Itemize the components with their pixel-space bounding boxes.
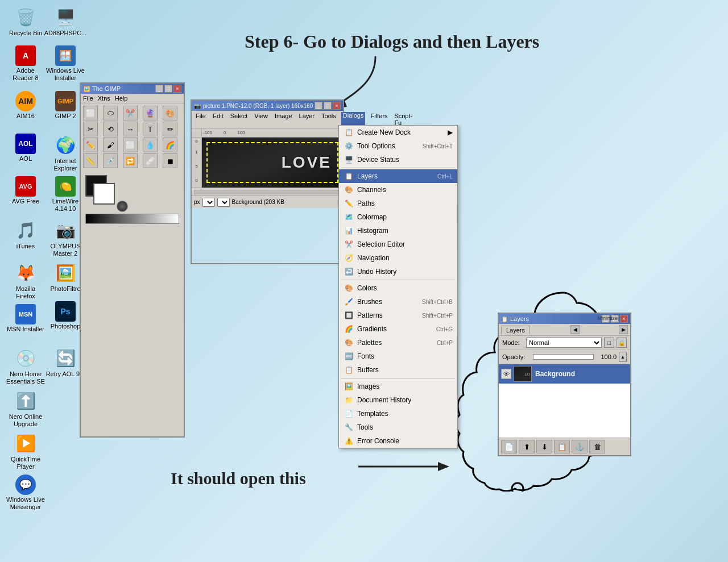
tool-free-select[interactable]: ✂️: [123, 106, 138, 120]
colormap-label: Colormap: [357, 213, 387, 221]
picture-unit-select[interactable]: [202, 198, 215, 207]
menu-document-history[interactable]: 📁 Document History: [339, 393, 457, 407]
tool-eyedropper[interactable]: 💉: [103, 153, 118, 168]
tool-rect-select[interactable]: ⬜: [83, 106, 98, 120]
menu-templates[interactable]: 📄 Templates: [339, 407, 457, 421]
tool-color-select[interactable]: 🎨: [163, 106, 177, 120]
tool-path[interactable]: ✏: [163, 122, 177, 136]
menu-colors[interactable]: 🎨 Colors: [339, 281, 457, 295]
dialogs-menu: 📋 Create New Dock ▶ ⚙️ Tool Options Shif…: [338, 125, 458, 448]
tool-paint[interactable]: 🖌: [103, 138, 118, 152]
menu-device-status[interactable]: 🖥️ Device Status: [339, 153, 457, 166]
tool-ellipse-select[interactable]: ⬭: [103, 106, 118, 120]
menu-gradients[interactable]: 🌈 Gradients Ctrl+G: [339, 322, 457, 336]
layers-nav-right[interactable]: ▶: [619, 325, 628, 334]
desktop-icon-msn-installer[interactable]: MSN MSN Installer: [6, 304, 46, 333]
picture-menu-view[interactable]: View: [253, 112, 270, 127]
desktop-icon-recycle-bin[interactable]: 🗑️ Recycle Bin: [6, 6, 46, 37]
desktop-icon-aim[interactable]: AIM AIM16: [6, 91, 46, 120]
desktop-icon-aol[interactable]: AOL AOL: [6, 134, 46, 163]
gimp-minimize-btn[interactable]: _: [155, 85, 163, 93]
menu-layers[interactable]: 📋 Layers Ctrl+L: [339, 169, 457, 183]
tool-crop[interactable]: ✂: [83, 122, 98, 136]
layers-nav-left[interactable]: ◀: [570, 325, 580, 334]
layer-visibility-btn[interactable]: 👁: [501, 369, 511, 379]
desktop-icon-windows-live-installer[interactable]: 🪟 Windows Live Installer: [46, 45, 85, 82]
menu-fonts[interactable]: 🔤 Fonts: [339, 349, 457, 363]
picture-minimize-btn[interactable]: _: [315, 102, 322, 110]
menu-selection-editor[interactable]: ✂️ Selection Editor: [339, 238, 457, 251]
desktop-icon-adobe-reader[interactable]: A Adobe Reader 8: [6, 45, 46, 82]
gimp-close-btn[interactable]: ×: [173, 85, 181, 93]
menu-paths[interactable]: ✏️ Paths: [339, 197, 457, 210]
background-layer-item[interactable]: 👁 LO Background: [499, 364, 630, 384]
desktop-icon-itunes[interactable]: 🎵 iTunes: [6, 219, 46, 250]
background-color[interactable]: [93, 183, 115, 205]
gimp-maximize-btn[interactable]: □: [164, 85, 172, 93]
menu-undo-history[interactable]: ↩️ Undo History: [339, 265, 457, 278]
menu-brushes[interactable]: 🖌️ Brushes Shift+Ctrl+B: [339, 295, 457, 309]
picture-close-btn[interactable]: ×: [333, 102, 341, 110]
tool-flip[interactable]: ↔: [123, 122, 138, 136]
picture-menu-select[interactable]: Select: [229, 112, 250, 127]
desktop-icon-windows-live-messenger[interactable]: 💬 Windows Live Messenger: [6, 474, 46, 511]
delete-layer-btn[interactable]: 🗑: [589, 440, 605, 453]
menu-tool-options[interactable]: ⚙️ Tool Options Shift+Ctrl+T: [339, 139, 457, 153]
menu-navigation[interactable]: 🧭 Navigation: [339, 251, 457, 265]
tool-heal[interactable]: 🩹: [143, 153, 158, 168]
menu-histogram[interactable]: 📊 Histogram: [339, 224, 457, 238]
picture-title: picture 1.PNG-12.0 (RGB, 1 layer) 160x16…: [203, 103, 315, 109]
gimp-menu-xtns[interactable]: Xtns: [98, 95, 110, 102]
duplicate-layer-btn[interactable]: 📋: [554, 440, 570, 453]
picture-menu-tools[interactable]: Tools: [320, 112, 338, 127]
picture-scrollbar-h[interactable]: [192, 188, 343, 195]
picture-zoom-select[interactable]: [217, 198, 230, 207]
lower-layer-btn[interactable]: ⬇: [536, 440, 552, 453]
lock-alpha-btn[interactable]: 🔒: [617, 338, 627, 348]
mode-select[interactable]: Normal: [526, 338, 602, 348]
menu-palettes[interactable]: 🎨 Palettes Ctrl+P: [339, 336, 457, 349]
palettes-label: Palettes: [357, 339, 382, 347]
tool-pencil[interactable]: ✏️: [83, 138, 98, 152]
tool-text[interactable]: T: [143, 122, 158, 136]
photofiltre-label: PhotoFiltre: [50, 285, 80, 293]
picture-menu-image[interactable]: Image: [273, 112, 294, 127]
desktop-icon-avg-free[interactable]: AVG AVG Free: [6, 176, 46, 205]
tool-fuzzy-select[interactable]: 🔮: [143, 106, 158, 120]
tool-eraser[interactable]: ⬜: [123, 138, 138, 152]
desktop-icon-nero-home[interactable]: 💿 Nero Home Essentials SE: [6, 347, 46, 385]
layers-close-btn[interactable]: ×: [620, 315, 628, 323]
desktop-icon-quicktime[interactable]: ▶️ QuickTime Player: [6, 432, 46, 471]
gimp-menu-file[interactable]: File: [83, 95, 93, 102]
tool-measure[interactable]: 📏: [83, 153, 98, 168]
tool-blend[interactable]: 🌈: [163, 138, 177, 152]
menu-patterns[interactable]: 🔲 Patterns Shift+Ctrl+P: [339, 309, 457, 322]
menu-colormap[interactable]: 🗺️ Colormap: [339, 210, 457, 224]
menu-channels[interactable]: 🎨 Channels: [339, 183, 457, 197]
layers-tab[interactable]: Layers: [501, 326, 530, 334]
desktop-icon-ad88[interactable]: 🖥️ AD88PHSPC...: [46, 6, 85, 37]
picture-menu-file[interactable]: File: [194, 112, 208, 127]
picture-menu-layer[interactable]: Layer: [297, 112, 317, 127]
anchor-layer-btn[interactable]: ⚓: [572, 440, 588, 453]
tool-clone[interactable]: 🔁: [123, 153, 138, 168]
opacity-spin-up[interactable]: ▲: [619, 352, 627, 362]
tool-perspective[interactable]: ◼: [163, 153, 177, 168]
tool-transform[interactable]: ⟲: [103, 122, 118, 136]
gimp-menu-help[interactable]: Help: [115, 95, 128, 102]
opacity-bar[interactable]: [533, 354, 594, 360]
desktop-icon-mozilla-firefox[interactable]: 🦊 Mozilla Firefox: [6, 261, 46, 300]
menu-create-new-dock[interactable]: 📋 Create New Dock ▶: [339, 126, 457, 139]
raise-layer-btn[interactable]: ⬆: [519, 440, 535, 453]
tool-fill[interactable]: 💧: [143, 138, 158, 152]
picture-menu-edit[interactable]: Edit: [211, 112, 225, 127]
new-layer-btn[interactable]: 📄: [501, 440, 517, 453]
menu-tools[interactable]: 🔧 Tools: [339, 421, 457, 434]
lock-btn[interactable]: □: [604, 338, 614, 348]
layers-title: Layers: [510, 315, 602, 322]
menu-images[interactable]: 🖼️ Images: [339, 380, 457, 393]
desktop-icon-nero-online[interactable]: ⬆️ Nero Online Upgrade: [6, 389, 46, 428]
menu-error-console[interactable]: ⚠️ Error Console: [339, 434, 457, 448]
picture-maximize-btn[interactable]: □: [324, 102, 332, 110]
menu-buffers[interactable]: 📋 Buffers: [339, 363, 457, 377]
